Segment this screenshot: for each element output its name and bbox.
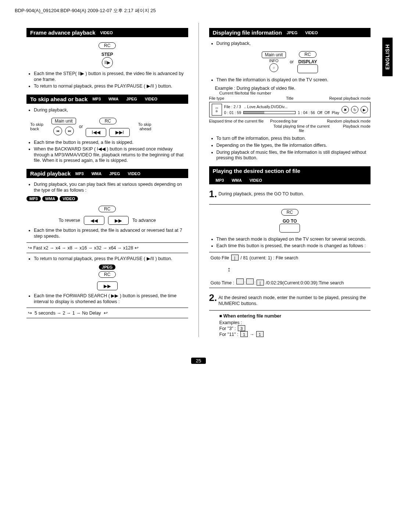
time-box bbox=[236, 279, 244, 284]
example-3: For "3" : 3 bbox=[219, 325, 371, 331]
for-3-label: For "3" : bbox=[219, 326, 236, 331]
goto-file-rest: / 81 (current: 1) : File search bbox=[240, 255, 298, 260]
jpeg-delay-steps: ↪ 5 seconds → 2 → 1 → No Delay ↩ bbox=[26, 308, 188, 318]
display-then: Then the file information is displayed o… bbox=[217, 77, 371, 83]
display-button-icon bbox=[297, 64, 318, 73]
goto-button-icon bbox=[279, 224, 300, 233]
rc-label: RC bbox=[99, 206, 116, 212]
pill-wma: WMA bbox=[89, 171, 105, 176]
goto-time-rest: /0:02:29(Current:0:00:39):Time search bbox=[266, 280, 344, 285]
rc-label: RC bbox=[99, 42, 116, 49]
num-key: 3 bbox=[238, 325, 245, 331]
frame-advance-diagram: RC STEP II▶ bbox=[26, 41, 188, 68]
lbl-total: Total playing time of the current file bbox=[272, 124, 331, 133]
main-unit-label: Main unit bbox=[51, 118, 76, 124]
page-header: BDP-904(A)_091204:BDP-904(A) 2009-12-07 … bbox=[0, 0, 397, 15]
play-label: Play bbox=[332, 110, 339, 115]
skip-notes: Each time the button is pressed, a file … bbox=[34, 140, 188, 164]
cap-current: Current file/total file number bbox=[219, 91, 371, 95]
step-1: 1. During playback, press the GO TO butt… bbox=[209, 188, 371, 201]
chart-bottom-labels: Elapsed time of the current file Proceed… bbox=[209, 119, 371, 123]
step-number: 1. bbox=[209, 188, 217, 201]
language-tab: ENGLISH bbox=[382, 38, 393, 76]
goto-notes: Then the search mode is displayed on the… bbox=[217, 237, 371, 249]
skip-fwd-rc-icon: ▶▶I bbox=[109, 128, 130, 137]
lbl-proceeding: Proceeding bar bbox=[270, 119, 319, 123]
section-rapid: Rapid playback MP3 WMA JPEG VIDEO bbox=[26, 169, 188, 178]
title-text: To skip ahead or back bbox=[30, 96, 87, 102]
rapid-note2: To return to normal playback, press the … bbox=[34, 256, 188, 262]
display-label: DISPLAY bbox=[298, 59, 317, 64]
note: When the BACKWARD SKIP ( I◀◀ ) button is… bbox=[34, 146, 188, 164]
rc-label: RC bbox=[299, 51, 316, 58]
skip-diagram: To skip back Main unit ⏮ ⏭ or RC I◀◀ ▶▶I… bbox=[26, 116, 188, 137]
lbl-random: Random playback mode bbox=[321, 119, 371, 123]
chart-bottom-labels2: Total playing time of the current file P… bbox=[209, 124, 371, 133]
title-text: Frame advance playback bbox=[30, 29, 96, 36]
num-key: 1 bbox=[240, 331, 248, 337]
pill-jpeg: JPEG bbox=[124, 96, 140, 102]
fwd-search-icon: ▶▶ bbox=[97, 281, 118, 290]
note: Depending on the file types, the file in… bbox=[217, 143, 371, 149]
random-icon: ✖ bbox=[341, 106, 349, 113]
note: To return to normal playback, press the … bbox=[34, 256, 188, 262]
rc-label: RC bbox=[281, 209, 298, 216]
updown-arrow-icon: ↕ bbox=[209, 266, 371, 273]
pill-jpeg: JPEG bbox=[99, 265, 115, 270]
note: During playback of music files, the file… bbox=[217, 150, 371, 161]
pill-wma: WMA bbox=[105, 96, 122, 102]
pill-wma: WMA bbox=[42, 196, 58, 201]
arrow-icon: → bbox=[250, 332, 254, 337]
pill-mp3: MP3 bbox=[26, 196, 41, 201]
note: During playback, bbox=[34, 107, 188, 113]
title-text: Playing the desired section of file bbox=[213, 168, 300, 174]
skip-back-label: To skip back bbox=[30, 122, 49, 131]
step-button-icon: II▶ bbox=[102, 57, 113, 68]
rapid-pills-audio: MP3 WMA VIDEO bbox=[26, 196, 188, 201]
main-unit-label: Main unit bbox=[262, 52, 286, 58]
skip-back-hw-icon: ⏮ bbox=[53, 127, 62, 135]
goto-file-row: Goto File | / 81 (current: 1) : File sea… bbox=[209, 252, 371, 263]
note: Each time the button is pressed, the fil… bbox=[34, 228, 188, 239]
info-display-chart: ▭⊛ File : 2 / 3 .. Love.Actually.DVDDiv.… bbox=[209, 102, 371, 117]
left-column: Frame advance playback VIDEO RC STEP II▶… bbox=[26, 23, 188, 337]
or-text: or bbox=[79, 124, 83, 129]
pill-video: VIDEO bbox=[97, 30, 116, 35]
chart-top-labels: File type Title Repeat playback mode bbox=[209, 96, 371, 100]
display-during: During playback, bbox=[217, 41, 371, 47]
speed-steps: ↪ Fast x2 → x4 → x8 → x16 → x32 → x64 → … bbox=[26, 242, 188, 253]
cursor-box: | bbox=[231, 255, 239, 260]
note: During playback, bbox=[217, 41, 371, 47]
skip-during: During playback, bbox=[34, 107, 188, 113]
total-time: 1 : 04 : 56 bbox=[298, 110, 315, 115]
time-box bbox=[246, 279, 254, 284]
section-frame-advance: Frame advance playback VIDEO bbox=[26, 28, 188, 37]
right-column: Displaying file information JPEG VIDEO D… bbox=[209, 23, 371, 337]
progress-bar bbox=[243, 111, 296, 114]
step-text: At the desired search mode, enter the nu… bbox=[218, 292, 371, 307]
example-11: For "11" : 1 → 1 bbox=[219, 331, 371, 337]
rapid-controls: To reverse ◀◀ ▶▶ To advance bbox=[26, 216, 188, 225]
to-reverse-label: To reverse bbox=[59, 218, 80, 223]
note: Then the search mode is displayed on the… bbox=[217, 237, 371, 242]
file-title: .. Love.Actually.DVDDiv... bbox=[244, 104, 288, 109]
skip-ahead-label: To skip ahead bbox=[133, 122, 151, 131]
pill-video: VIDEO bbox=[302, 30, 321, 35]
display-buttons: Main unit INFO ○ or RC DISPLAY bbox=[209, 50, 371, 74]
display-notes: To turn off the information, press this … bbox=[217, 136, 371, 161]
delay-text: 5 seconds → 2 → 1 → No Delay bbox=[35, 311, 101, 316]
goto-label: GO TO bbox=[209, 219, 371, 224]
example-line: Example : During playback of video file. bbox=[215, 86, 371, 91]
step-text: During playback, press the GO TO button. bbox=[218, 188, 304, 197]
info-button-icon: ○ bbox=[269, 63, 278, 72]
file-type-icon: ▭⊛ bbox=[212, 104, 222, 116]
goto-button-diagram: RC GO TO bbox=[209, 208, 371, 234]
rc-label: RC bbox=[99, 118, 117, 124]
frame-advance-notes: Each time the STEP( II▶ ) button is pres… bbox=[34, 71, 188, 89]
title-text: Displaying file information bbox=[213, 29, 282, 36]
time-box: | bbox=[257, 280, 264, 285]
step-number: 2. bbox=[209, 292, 217, 304]
note: Each time the button is pressed, a file … bbox=[34, 140, 188, 146]
pill-wma: WMA bbox=[229, 178, 245, 183]
reverse-icon: ◀◀ bbox=[84, 216, 104, 225]
